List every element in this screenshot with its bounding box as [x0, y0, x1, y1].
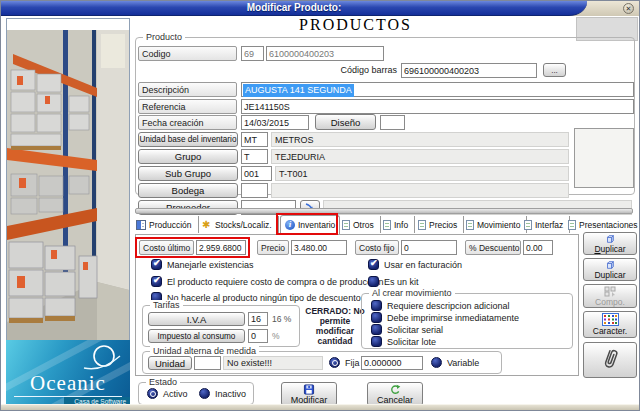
codigo-field[interactable]: 6100000400203: [266, 46, 384, 61]
iva-button[interactable]: I.V.A: [148, 312, 245, 326]
checkbox-icon[interactable]: [371, 324, 382, 335]
checkbox-requiere-costo[interactable]: El producto requiere costo de compra o d…: [151, 276, 384, 287]
costo-fijo-field[interactable]: 0: [401, 240, 457, 255]
radio-inactivo[interactable]: Inactivo: [199, 388, 246, 399]
radio-label: Activo: [163, 389, 188, 399]
barcode-browse-button[interactable]: ...: [543, 63, 566, 77]
unidad-alterna-button[interactable]: Unidad: [148, 356, 192, 370]
document-icon: [342, 220, 350, 230]
window-bottom-edge: [1, 404, 640, 410]
stocks-icon: ✱: [202, 220, 212, 230]
title-bar: Modificar Producto: ✕: [1, 1, 640, 16]
checkbox-manejar-existencias[interactable]: Manejarle existencias: [151, 259, 254, 270]
caracter-button[interactable]: Caracter.: [583, 311, 637, 338]
character-map-icon: [602, 313, 619, 326]
cerrado-warning: CERRADO: No permite modificar cantidad: [301, 306, 369, 346]
iva-field[interactable]: 16: [248, 312, 268, 326]
radio-activo[interactable]: Activo: [147, 388, 188, 399]
document-icon: [418, 220, 426, 230]
document-icon: [383, 220, 391, 230]
descuento-field[interactable]: 0.00: [523, 240, 553, 255]
tab-label: Info: [394, 220, 408, 230]
subgrupo-codigo-field[interactable]: 001: [241, 166, 272, 181]
fija-valor-field[interactable]: 0.000000: [361, 356, 423, 370]
checkbox-icon[interactable]: [151, 276, 162, 287]
referencia-label: Referencia: [138, 99, 237, 114]
referencia-field[interactable]: JE141150S: [241, 99, 634, 114]
tab-produccion[interactable]: Producción: [136, 216, 199, 233]
bodega-codigo-field[interactable]: [241, 183, 268, 198]
radio-label: Inactivo: [215, 389, 246, 399]
subgrupo-button[interactable]: Sub Grupo: [138, 166, 238, 181]
tab-presentaciones[interactable]: Presentaciones: [568, 216, 640, 233]
tab-movimiento[interactable]: Movimiento: [466, 216, 527, 233]
unidad-codigo-field[interactable]: MT: [241, 132, 268, 147]
radio-icon[interactable]: [329, 357, 340, 368]
checkbox-descripcion-adicional[interactable]: Requiere descripcion adicional: [371, 300, 510, 311]
checkbox-imprimirse-inmediatamente[interactable]: Debe imprimirse inmediatamente: [371, 312, 519, 323]
grupo-button[interactable]: Grupo: [138, 149, 238, 164]
window-title: Modificar Producto:: [1, 2, 587, 13]
checkbox-icon[interactable]: [151, 259, 162, 270]
radio-fija[interactable]: Fija: [329, 357, 360, 368]
splitter-bar[interactable]: [135, 208, 633, 214]
checkbox-icon[interactable]: [371, 300, 382, 311]
precio-field[interactable]: 3.480.00: [291, 240, 347, 255]
grupo-codigo-field[interactable]: T: [241, 149, 268, 164]
paperclip-icon: [599, 347, 621, 373]
checkbox-solicitar-serial[interactable]: Solicitar serial: [371, 324, 443, 335]
costo-ultimo-field[interactable]: 2.959.6800: [196, 240, 246, 255]
checkbox-icon[interactable]: [368, 276, 379, 287]
tab-info[interactable]: Info: [383, 216, 415, 233]
radio-variable[interactable]: Variable: [431, 357, 479, 368]
impuesto-consumo-button[interactable]: Impuesto al consumo: [148, 329, 245, 343]
impuesto-field[interactable]: 0: [248, 329, 268, 343]
costo-fijo-label: Costo fijo: [355, 240, 399, 255]
modificar-button[interactable]: Modificar: [281, 382, 337, 406]
checkbox-solicitar-lote[interactable]: Solicitar lote: [371, 336, 436, 347]
unidad-alterna-codigo-field[interactable]: [194, 356, 221, 370]
iva-pct-label: 16 %: [272, 314, 291, 324]
tab-interfaz[interactable]: Interfaz: [524, 216, 570, 233]
checkbox-es-kit[interactable]: Es un kit: [368, 276, 419, 287]
compo-button: Compo.: [583, 284, 637, 308]
tab-stocks-localiz[interactable]: ✱ Stocks/Localiz.: [202, 216, 279, 233]
diseno-button[interactable]: Diseño: [315, 114, 376, 130]
codigo-prefijo-field[interactable]: 69: [241, 46, 264, 61]
codigo-barras-field[interactable]: 696100000400203: [401, 63, 537, 78]
attachment-button[interactable]: [583, 342, 637, 378]
fecha-extra-field[interactable]: [380, 115, 405, 130]
codigo-barras-label: Código barras: [337, 65, 397, 75]
close-icon[interactable]: ✕: [623, 3, 634, 14]
duplicar-label: Duplicar: [594, 270, 625, 280]
descripcion-field[interactable]: AUGUSTA 141 SEGUNDA: [241, 82, 634, 97]
radio-icon[interactable]: [199, 388, 210, 399]
cancelar-button[interactable]: Cancelar: [367, 382, 423, 406]
radio-icon[interactable]: [431, 357, 442, 368]
produccion-icon: [136, 220, 146, 230]
brand-name: Oceanic: [6, 371, 130, 396]
fecha-field[interactable]: 14/03/2015: [241, 115, 309, 130]
tab-otros[interactable]: Otros: [342, 216, 381, 233]
checkbox-icon[interactable]: [368, 259, 379, 270]
checkbox-icon[interactable]: [371, 312, 382, 323]
unidad-base-button[interactable]: Unidad base del inventario: [138, 132, 238, 147]
checkbox-icon[interactable]: [371, 336, 382, 347]
checkbox-label: Manejarle existencias: [167, 260, 254, 270]
page-title: PRODUCTOS: [133, 16, 578, 34]
impuesto-pct-label: %: [272, 331, 280, 341]
tab-precios[interactable]: Precios: [418, 216, 464, 233]
duplicar-button-1[interactable]: Duplicar: [583, 232, 637, 255]
descuento-label: % Descuento: [465, 240, 521, 255]
bodega-button[interactable]: Bodega: [138, 183, 238, 198]
costo-ultimo-label: Costo último: [139, 240, 194, 255]
document-icon: [568, 220, 576, 230]
checkbox-usar-facturacion[interactable]: Usar en facturación: [368, 259, 462, 270]
checkbox-label: Requiere descripcion adicional: [387, 301, 510, 311]
fecha-label: Fecha creación: [138, 115, 237, 130]
tab-inventario[interactable]: Inventario: [280, 215, 340, 234]
duplicar-button-2[interactable]: Duplicar: [583, 258, 637, 281]
estado-legend: Estado: [146, 377, 180, 387]
radio-icon[interactable]: [147, 388, 158, 399]
subgrupo-nombre-field: T-T001: [275, 166, 569, 181]
